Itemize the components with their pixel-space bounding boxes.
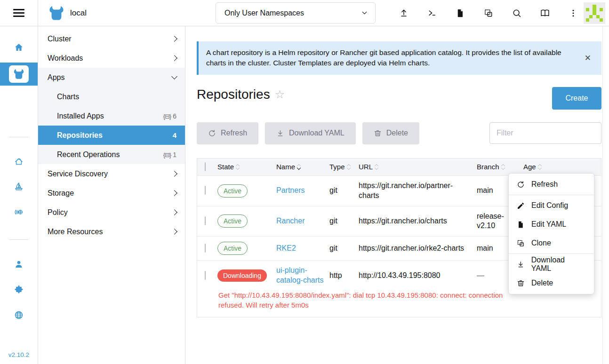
harvester-nav-button[interactable] xyxy=(0,182,38,191)
sort-icon xyxy=(347,165,350,169)
sidebar-item-service-discovery[interactable]: Service Discovery xyxy=(38,164,185,183)
sort-icon xyxy=(236,165,239,169)
longhorn-nav-button[interactable] xyxy=(0,207,38,217)
chevron-right-icon xyxy=(171,36,177,42)
header-kebab-button[interactable] xyxy=(569,8,578,18)
cluster-explorer-tile xyxy=(9,65,29,83)
chevron-right-icon xyxy=(171,229,177,235)
cluster-explorer-nav-button[interactable] xyxy=(0,63,38,86)
fleet-icon xyxy=(14,157,24,166)
sidebar-item-policy[interactable]: Policy xyxy=(38,203,185,222)
menu-divider xyxy=(509,253,594,254)
row-checkbox[interactable] xyxy=(205,186,206,195)
sidebar-nav: Cluster Workloads Apps Charts Installed … xyxy=(38,26,185,364)
menu-item-download-yaml[interactable]: Download YAML xyxy=(509,255,594,274)
info-banner: A chart repository is a Helm repository … xyxy=(197,41,601,75)
chevron-right-icon xyxy=(171,55,177,61)
extensions-nav-button[interactable] xyxy=(0,285,38,294)
column-header-state[interactable]: State xyxy=(217,163,276,171)
create-button[interactable]: Create xyxy=(552,87,601,110)
row-checkbox[interactable] xyxy=(205,216,206,225)
bulk-actions-toolbar: Refresh Download YAML Delete xyxy=(197,122,601,144)
home-nav-button[interactable] xyxy=(0,43,38,52)
hamburger-menu-button[interactable] xyxy=(0,0,38,26)
header-actions xyxy=(399,0,578,26)
download-icon xyxy=(276,129,284,137)
sailboat-icon xyxy=(14,182,24,191)
user-icon xyxy=(14,260,24,269)
download-yaml-button[interactable]: Download YAML xyxy=(265,122,356,144)
sort-icon xyxy=(375,165,378,169)
banner-close-button[interactable]: ✕ xyxy=(583,51,593,65)
sidebar-item-recent-operations[interactable]: Recent Operations 1 xyxy=(38,145,185,164)
namespace-filter-value: Only User Namespaces xyxy=(224,9,361,17)
locale-nav-button[interactable] xyxy=(0,310,38,320)
menu-item-clone[interactable]: Clone xyxy=(509,234,594,253)
menu-item-edit-config[interactable]: Edit Config xyxy=(509,196,594,215)
sort-icon xyxy=(502,165,505,169)
left-icon-strip: v2.10.2 xyxy=(0,26,38,364)
search-button[interactable] xyxy=(512,8,521,18)
top-header: local Only User Namespaces xyxy=(0,0,609,26)
repo-name-link[interactable]: Partners xyxy=(276,186,304,194)
namespace-filter-dropdown[interactable]: Only User Namespaces xyxy=(216,2,376,24)
refresh-button[interactable]: Refresh xyxy=(197,122,258,144)
upload-icon xyxy=(399,8,409,18)
download-icon xyxy=(517,261,525,269)
sidebar-item-installed-apps[interactable]: Installed Apps 6 xyxy=(38,106,185,126)
column-header-type[interactable]: Type xyxy=(329,163,359,171)
column-header-url[interactable]: URL xyxy=(359,163,477,171)
sort-icon xyxy=(297,165,300,169)
repositories-count: 4 xyxy=(173,131,176,139)
menu-item-refresh[interactable]: Refresh xyxy=(509,175,594,194)
kebab-menu-icon xyxy=(569,8,578,18)
repo-name-link[interactable]: ui-plugin-catalog-charts xyxy=(276,266,324,284)
delete-button[interactable]: Delete xyxy=(362,122,419,144)
strip-divider xyxy=(9,239,28,240)
column-header-age[interactable]: Age xyxy=(523,163,601,171)
row-checkbox[interactable] xyxy=(205,271,206,280)
sidebar-item-cluster[interactable]: Cluster xyxy=(38,29,185,48)
import-yaml-button[interactable] xyxy=(399,8,409,18)
sidebar-item-workloads[interactable]: Workloads xyxy=(38,48,185,68)
chevron-right-icon xyxy=(171,209,177,215)
sidebar-item-storage[interactable]: Storage xyxy=(38,183,185,203)
apps-group: Apps Charts Installed Apps 6 Repositorie… xyxy=(38,68,185,164)
book-icon xyxy=(540,8,550,18)
sidebar-item-charts[interactable]: Charts xyxy=(38,87,185,106)
row-checkbox[interactable] xyxy=(205,244,206,253)
status-badge: Active xyxy=(217,242,248,255)
menu-divider xyxy=(509,195,594,195)
users-nav-button[interactable] xyxy=(0,260,38,269)
fleet-nav-button[interactable] xyxy=(0,157,38,166)
download-kubeconfig-button[interactable] xyxy=(484,8,493,18)
filter-input[interactable] xyxy=(489,122,601,144)
column-header-branch[interactable]: Branch xyxy=(477,163,523,171)
repo-name-link[interactable]: RKE2 xyxy=(276,244,296,252)
spool-icon xyxy=(14,207,24,217)
trash-icon xyxy=(517,279,525,287)
docs-button[interactable] xyxy=(540,8,550,18)
user-avatar[interactable] xyxy=(584,2,605,24)
select-all-checkbox[interactable] xyxy=(205,162,206,171)
refresh-icon xyxy=(517,181,525,189)
title-row: Repositories ☆ Create xyxy=(197,87,601,110)
menu-item-delete[interactable]: Delete xyxy=(509,274,594,293)
clone-icon xyxy=(517,239,525,247)
search-icon xyxy=(512,8,521,18)
puzzle-icon xyxy=(14,285,24,294)
column-header-name[interactable]: Name xyxy=(276,163,329,171)
copy-kubeconfig-button[interactable] xyxy=(456,8,465,18)
sidebar-item-more-resources[interactable]: More Resources xyxy=(38,222,185,241)
version-label: v2.10.2 xyxy=(0,351,38,358)
sidebar-item-apps[interactable]: Apps xyxy=(38,68,185,87)
file-icon xyxy=(517,221,525,229)
favorite-star-icon[interactable]: ☆ xyxy=(275,88,285,101)
menu-item-edit-yaml[interactable]: Edit YAML xyxy=(509,215,594,234)
sidebar-item-repositories[interactable]: Repositories 4 xyxy=(38,126,185,145)
page-title: Repositories ☆ xyxy=(197,87,285,102)
repo-name-link[interactable]: Rancher xyxy=(276,217,304,225)
status-badge: Active xyxy=(217,214,248,228)
kubectl-shell-button[interactable] xyxy=(427,8,437,18)
pencil-icon xyxy=(517,202,525,210)
